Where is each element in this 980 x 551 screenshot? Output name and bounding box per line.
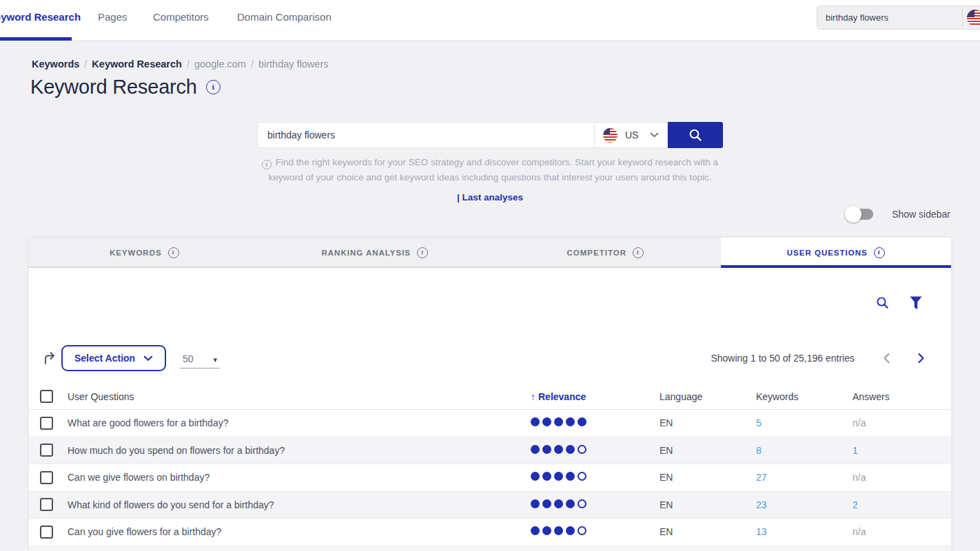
global-search-box xyxy=(817,6,980,30)
table-row[interactable]: Can you give flowers for a birthday? EN … xyxy=(29,519,951,546)
info-icon[interactable] xyxy=(633,247,644,258)
tab-keywords[interactable]: Keywords xyxy=(29,238,260,268)
keywords-count[interactable]: 27 xyxy=(756,472,767,483)
relevance-dot-filled xyxy=(554,445,563,454)
global-search-input[interactable] xyxy=(817,6,954,29)
breadcrumb-keyword-research[interactable]: Keyword Research xyxy=(92,59,182,70)
header-answers: Answers xyxy=(851,391,951,402)
header-relevance-sort[interactable]: Relevance xyxy=(527,391,658,402)
relevance-dots xyxy=(531,526,589,535)
info-icon[interactable] xyxy=(417,247,428,258)
row-checkbox[interactable] xyxy=(40,444,53,457)
language-value: EN xyxy=(658,472,755,483)
search-icon[interactable] xyxy=(875,295,890,310)
table-row[interactable]: What kind of flowers do you send for a b… xyxy=(29,492,951,519)
app-window: Keyword Research Pages Competitors Domai… xyxy=(0,0,980,551)
relevance-dots xyxy=(531,417,589,426)
keyword-search-bar: US xyxy=(257,122,723,148)
answers-count[interactable]: 1 xyxy=(853,445,858,456)
keywords-count[interactable]: 8 xyxy=(756,445,762,456)
keyword-search-input[interactable] xyxy=(257,122,594,148)
user-questions-table: User Questions Relevance Language Keywor… xyxy=(29,384,951,551)
row-checkbox[interactable] xyxy=(40,498,53,511)
info-icon[interactable] xyxy=(168,247,179,258)
show-sidebar-label: Show sidebar xyxy=(892,209,950,220)
breadcrumb-keywords[interactable]: Keywords xyxy=(32,59,79,70)
user-question-text: What are good flowers for a birthday? xyxy=(68,417,527,428)
relevance-dots xyxy=(531,472,589,481)
user-question-text: Can you give flowers for a birthday? xyxy=(68,526,527,537)
keywords-count[interactable]: 13 xyxy=(756,526,767,537)
table-row[interactable]: What are good flowers for a birthday? EN… xyxy=(29,410,951,437)
active-nav-underline xyxy=(0,37,72,41)
relevance-dot-open xyxy=(578,499,586,508)
table-row[interactable]: How much do you spend on flowers for a b… xyxy=(29,437,951,465)
relevance-dot-filled xyxy=(542,526,551,535)
action-row: Select Action 50 Showing 1 to 50 of 25,1… xyxy=(29,344,951,372)
sort-ascending-icon xyxy=(531,391,535,402)
breadcrumb-query: birthday flowers xyxy=(258,59,329,70)
country-selector[interactable]: US xyxy=(594,122,668,148)
title-info-icon[interactable] xyxy=(206,80,221,94)
relevance-dot-open xyxy=(578,445,586,454)
toggle-knob xyxy=(845,206,861,222)
language-value: EN xyxy=(658,445,755,456)
search-button[interactable] xyxy=(668,122,723,148)
next-page-button[interactable] xyxy=(914,350,928,366)
language-value: EN xyxy=(658,417,755,428)
relevance-dot-filled xyxy=(566,499,575,508)
top-navigation: Keyword Research Pages Competitors Domai… xyxy=(0,0,980,41)
table-row-partial xyxy=(29,546,951,551)
row-checkbox[interactable] xyxy=(40,526,53,539)
filter-icon[interactable] xyxy=(910,296,922,310)
page-size-select[interactable]: 50 xyxy=(180,347,220,368)
tab-ranking-analysis[interactable]: Ranking Analysis xyxy=(260,238,491,268)
relevance-dot-filled xyxy=(542,499,551,508)
select-all-checkbox[interactable] xyxy=(40,390,53,403)
breadcrumb: Keywords/Keyword Research/google.com/bir… xyxy=(32,59,328,70)
language-value: EN xyxy=(658,526,755,537)
export-icon[interactable] xyxy=(41,349,58,366)
user-question-text: How much do you spend on flowers for a b… xyxy=(68,445,527,456)
search-divider xyxy=(962,8,963,27)
relevance-dot-filled xyxy=(554,417,563,426)
tab-user-questions[interactable]: User Questions xyxy=(721,238,952,268)
sidebar-toggle-row: Show sidebar xyxy=(846,209,950,220)
relevance-dot-open xyxy=(578,472,586,481)
user-question-text: What kind of flowers do you send for a b… xyxy=(68,499,527,510)
row-checkbox[interactable] xyxy=(40,471,53,484)
header-user-questions: User Questions xyxy=(68,391,527,402)
show-sidebar-toggle[interactable] xyxy=(846,209,873,220)
row-checkbox[interactable] xyxy=(40,417,53,430)
pagination: Showing 1 to 50 of 25,196 entries xyxy=(711,344,928,372)
relevance-dot-filled xyxy=(542,417,551,426)
answers-count[interactable]: 2 xyxy=(853,499,858,510)
country-code: US xyxy=(625,129,638,141)
relevance-dot-filled xyxy=(542,445,551,454)
nav-item-competitors[interactable]: Competitors xyxy=(153,11,209,23)
keywords-count[interactable]: 5 xyxy=(756,417,762,428)
us-flag-icon[interactable] xyxy=(967,10,980,26)
nav-item-keyword-research[interactable]: Keyword Research xyxy=(0,11,81,23)
results-card: Keywords Ranking Analysis Competitor Use… xyxy=(29,238,951,551)
tab-competitor[interactable]: Competitor xyxy=(490,238,721,268)
prev-page-button[interactable] xyxy=(879,350,893,366)
info-icon[interactable] xyxy=(874,247,885,258)
nav-item-pages[interactable]: Pages xyxy=(98,11,127,23)
select-action-button[interactable]: Select Action xyxy=(61,345,166,371)
breadcrumb-domain: google.com xyxy=(194,59,246,70)
chevron-down-icon xyxy=(650,132,659,138)
relevance-dot-filled xyxy=(566,445,575,454)
nav-item-domain-comparison[interactable]: Domain Comparison xyxy=(237,11,331,23)
table-row[interactable]: Can we give flowers on birthday? EN 27 n… xyxy=(29,464,951,492)
answers-count: n/a xyxy=(853,526,866,537)
keywords-count[interactable]: 23 xyxy=(756,499,767,510)
relevance-dot-filled xyxy=(566,472,575,481)
header-language: Language xyxy=(658,391,755,402)
relevance-dot-filled xyxy=(531,499,540,508)
last-analyses-link[interactable]: | Last analyses xyxy=(249,190,731,205)
relevance-dots xyxy=(531,499,589,508)
page-title-row: Keyword Research xyxy=(30,76,221,98)
chevron-left-icon xyxy=(883,353,890,364)
relevance-dot-filled xyxy=(531,472,540,481)
